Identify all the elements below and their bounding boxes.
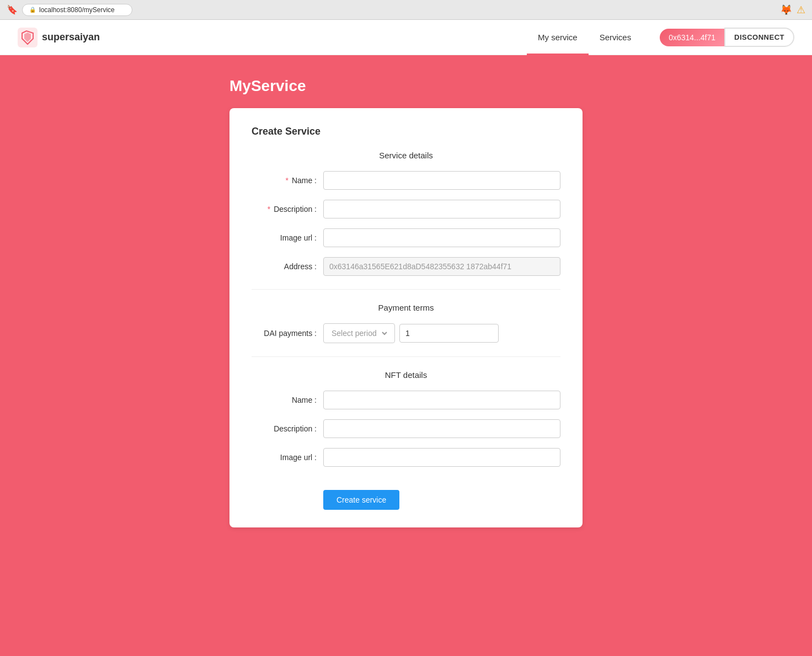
nft-image-url-input[interactable]: [323, 448, 560, 467]
nft-description-form-group: Description :: [252, 419, 560, 438]
bookmark-icon: 🔖: [7, 4, 18, 15]
wallet-address[interactable]: 0x6314...4f71: [660, 29, 724, 46]
nft-description-input[interactable]: [323, 419, 560, 438]
metamask-icon: 🦊: [780, 4, 792, 16]
payment-terms-section: Payment terms DAI payments : Select peri…: [252, 303, 560, 343]
period-select-wrapper[interactable]: Select period Daily Weekly Monthly: [323, 323, 395, 343]
divider-1: [252, 289, 560, 290]
address-form-group: Address :: [252, 257, 560, 276]
nft-description-label: Description :: [252, 424, 323, 433]
payment-terms-title: Payment terms: [252, 303, 560, 312]
divider-2: [252, 356, 560, 357]
brand: supersaiyan: [18, 28, 100, 47]
disconnect-button[interactable]: DISCONNECT: [724, 28, 794, 47]
description-required-marker: *: [268, 205, 270, 214]
create-service-button[interactable]: Create service: [323, 490, 399, 510]
navbar-actions: 0x6314...4f71 DISCONNECT: [660, 28, 794, 47]
name-input[interactable]: [323, 171, 560, 190]
page-title: MyService: [229, 77, 583, 95]
amount-input[interactable]: [399, 324, 499, 343]
nav-links: My service Services: [527, 20, 642, 55]
name-label: * Name :: [252, 176, 323, 185]
description-input[interactable]: [323, 200, 560, 218]
nft-details-title: NFT details: [252, 370, 560, 380]
card-title: Create Service: [252, 126, 560, 137]
nav-link-my-service[interactable]: My service: [527, 20, 589, 55]
nft-details-section: NFT details Name : Description : Image u…: [252, 370, 560, 467]
create-service-card: Create Service Service details * Name : …: [229, 108, 583, 527]
browser-extension-icons: 🦊 ⚠: [780, 4, 805, 16]
description-label: * Description :: [252, 205, 323, 214]
nav-link-services[interactable]: Services: [589, 20, 643, 55]
description-form-group: * Description :: [252, 200, 560, 218]
brand-name: supersaiyan: [42, 31, 100, 43]
period-select[interactable]: Select period Daily Weekly Monthly: [329, 328, 389, 338]
browser-bar: 🔖 🔒 localhost:8080/myService 🦊 ⚠: [0, 0, 812, 20]
lock-icon: 🔒: [29, 7, 36, 13]
dai-payments-label: DAI payments :: [252, 329, 323, 338]
nft-image-url-label: Image url :: [252, 453, 323, 462]
service-details-section: Service details * Name : * Description :: [252, 151, 560, 276]
warning-icon: ⚠: [797, 4, 805, 16]
nft-name-label: Name :: [252, 396, 323, 404]
url-text: localhost:8080/myService: [39, 6, 115, 14]
name-form-group: * Name :: [252, 171, 560, 190]
address-bar[interactable]: 🔒 localhost:8080/myService: [22, 4, 132, 16]
payment-row: Select period Daily Weekly Monthly: [323, 323, 560, 343]
address-input: [323, 257, 560, 276]
nft-name-form-group: Name :: [252, 391, 560, 409]
address-label: Address :: [252, 262, 323, 271]
nft-image-url-form-group: Image url :: [252, 448, 560, 467]
dai-payments-form-group: DAI payments : Select period Daily Weekl…: [252, 323, 560, 343]
service-details-title: Service details: [252, 151, 560, 160]
brand-logo: [18, 28, 38, 47]
create-button-wrapper: Create service: [252, 477, 560, 510]
image-url-input[interactable]: [323, 228, 560, 247]
name-required-marker: *: [286, 176, 289, 185]
image-url-label: Image url :: [252, 233, 323, 242]
main-content: MyService Create Service Service details…: [0, 55, 812, 550]
nft-name-input[interactable]: [323, 391, 560, 409]
navbar: supersaiyan My service Services 0x6314..…: [0, 20, 812, 55]
image-url-form-group: Image url :: [252, 228, 560, 247]
